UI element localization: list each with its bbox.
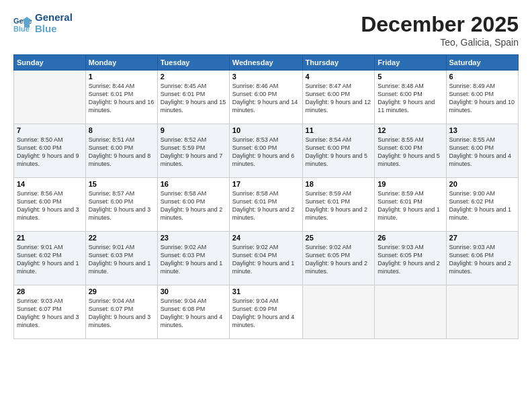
- day-info: Sunrise: 9:03 AMSunset: 6:06 PMDaylight:…: [449, 243, 515, 276]
- calendar-day: [14, 71, 86, 124]
- day-info: Sunrise: 8:53 AMSunset: 6:00 PMDaylight:…: [232, 136, 300, 169]
- calendar-day: 30Sunrise: 9:04 AMSunset: 6:08 PMDayligh…: [157, 285, 229, 339]
- calendar-day: 10Sunrise: 8:53 AMSunset: 6:00 PMDayligh…: [229, 124, 302, 178]
- day-number: 6: [449, 73, 515, 81]
- calendar-week-row-1: 7Sunrise: 8:50 AMSunset: 6:00 PMDaylight…: [14, 124, 519, 178]
- day-number: 31: [232, 287, 300, 295]
- calendar-day: 9Sunrise: 8:52 AMSunset: 5:59 PMDaylight…: [157, 124, 229, 178]
- day-info: Sunrise: 8:45 AMSunset: 6:01 PMDaylight:…: [161, 82, 226, 115]
- calendar-day: 25Sunrise: 9:02 AMSunset: 6:05 PMDayligh…: [302, 232, 375, 285]
- calendar-day: 5Sunrise: 8:48 AMSunset: 6:00 PMDaylight…: [375, 71, 446, 124]
- day-number: 27: [449, 234, 515, 242]
- day-number: 12: [378, 126, 443, 134]
- day-number: 24: [232, 234, 300, 242]
- calendar-day: [446, 285, 518, 339]
- day-number: 8: [89, 126, 154, 134]
- calendar-day: [375, 285, 446, 339]
- logo: General Blue General Blue: [13, 12, 73, 34]
- page-header: General Blue General Blue December 2025 …: [13, 12, 519, 48]
- day-info: Sunrise: 8:58 AMSunset: 6:00 PMDaylight:…: [161, 189, 226, 222]
- col-thursday: Thursday: [302, 55, 375, 71]
- day-info: Sunrise: 8:59 AMSunset: 6:01 PMDaylight:…: [378, 189, 443, 222]
- col-tuesday: Tuesday: [157, 55, 229, 71]
- calendar-day: 27Sunrise: 9:03 AMSunset: 6:06 PMDayligh…: [446, 232, 518, 285]
- col-friday: Friday: [375, 55, 446, 71]
- day-number: 7: [17, 126, 83, 134]
- day-number: 21: [17, 234, 83, 242]
- day-info: Sunrise: 8:55 AMSunset: 6:00 PMDaylight:…: [449, 136, 515, 169]
- calendar-day: 3Sunrise: 8:46 AMSunset: 6:00 PMDaylight…: [229, 71, 302, 124]
- calendar-day: 16Sunrise: 8:58 AMSunset: 6:00 PMDayligh…: [157, 178, 229, 232]
- day-number: 18: [306, 180, 372, 188]
- day-number: 13: [449, 126, 515, 134]
- day-info: Sunrise: 8:58 AMSunset: 6:01 PMDaylight:…: [232, 189, 300, 222]
- day-info: Sunrise: 9:04 AMSunset: 6:08 PMDaylight:…: [161, 297, 226, 330]
- calendar-day: 1Sunrise: 8:44 AMSunset: 6:01 PMDaylight…: [85, 71, 157, 124]
- calendar-day: 14Sunrise: 8:56 AMSunset: 6:00 PMDayligh…: [14, 178, 86, 232]
- calendar-day: 22Sunrise: 9:01 AMSunset: 6:03 PMDayligh…: [85, 232, 157, 285]
- day-number: 11: [306, 126, 372, 134]
- day-info: Sunrise: 8:55 AMSunset: 6:00 PMDaylight:…: [378, 136, 443, 169]
- calendar-day: 18Sunrise: 8:59 AMSunset: 6:01 PMDayligh…: [302, 178, 375, 232]
- day-info: Sunrise: 8:44 AMSunset: 6:01 PMDaylight:…: [89, 82, 154, 115]
- calendar-day: 19Sunrise: 8:59 AMSunset: 6:01 PMDayligh…: [375, 178, 446, 232]
- day-info: Sunrise: 9:00 AMSunset: 6:02 PMDaylight:…: [449, 189, 515, 222]
- calendar-day: 4Sunrise: 8:47 AMSunset: 6:00 PMDaylight…: [302, 71, 375, 124]
- day-info: Sunrise: 8:56 AMSunset: 6:00 PMDaylight:…: [17, 189, 83, 222]
- calendar-day: 8Sunrise: 8:51 AMSunset: 6:00 PMDaylight…: [85, 124, 157, 178]
- day-info: Sunrise: 9:02 AMSunset: 6:05 PMDaylight:…: [306, 243, 372, 276]
- day-number: 19: [378, 180, 443, 188]
- day-info: Sunrise: 8:46 AMSunset: 6:00 PMDaylight:…: [232, 82, 300, 115]
- calendar-day: 20Sunrise: 9:00 AMSunset: 6:02 PMDayligh…: [446, 178, 518, 232]
- day-number: 20: [449, 180, 515, 188]
- calendar-day: 17Sunrise: 8:58 AMSunset: 6:01 PMDayligh…: [229, 178, 302, 232]
- calendar-day: 28Sunrise: 9:03 AMSunset: 6:07 PMDayligh…: [14, 285, 86, 339]
- col-saturday: Saturday: [446, 55, 518, 71]
- month-title: December 2025: [361, 12, 519, 37]
- day-number: 4: [306, 73, 372, 81]
- day-number: 23: [161, 234, 226, 242]
- calendar-day: 21Sunrise: 9:01 AMSunset: 6:02 PMDayligh…: [14, 232, 86, 285]
- day-number: 1: [89, 73, 154, 81]
- calendar-header-row: Sunday Monday Tuesday Wednesday Thursday…: [14, 55, 519, 71]
- day-info: Sunrise: 8:49 AMSunset: 6:00 PMDaylight:…: [449, 82, 515, 115]
- calendar-day: 15Sunrise: 8:57 AMSunset: 6:00 PMDayligh…: [85, 178, 157, 232]
- day-number: 17: [232, 180, 300, 188]
- day-number: 30: [161, 287, 226, 295]
- day-number: 15: [89, 180, 154, 188]
- calendar-day: 2Sunrise: 8:45 AMSunset: 6:01 PMDaylight…: [157, 71, 229, 124]
- day-info: Sunrise: 8:57 AMSunset: 6:00 PMDaylight:…: [89, 189, 154, 222]
- day-info: Sunrise: 8:50 AMSunset: 6:00 PMDaylight:…: [17, 136, 83, 169]
- title-block: December 2025 Teo, Galicia, Spain: [361, 12, 519, 48]
- day-info: Sunrise: 9:02 AMSunset: 6:04 PMDaylight:…: [232, 243, 300, 276]
- day-info: Sunrise: 8:59 AMSunset: 6:01 PMDaylight:…: [306, 189, 372, 222]
- day-info: Sunrise: 9:04 AMSunset: 6:07 PMDaylight:…: [89, 297, 154, 330]
- day-number: 9: [161, 126, 226, 134]
- day-number: 3: [232, 73, 300, 81]
- logo-line1: General: [35, 12, 73, 24]
- day-info: Sunrise: 8:48 AMSunset: 6:00 PMDaylight:…: [378, 82, 443, 115]
- logo-icon: General Blue: [13, 14, 32, 33]
- day-number: 28: [17, 287, 83, 295]
- day-info: Sunrise: 8:52 AMSunset: 5:59 PMDaylight:…: [161, 136, 226, 169]
- day-info: Sunrise: 9:01 AMSunset: 6:03 PMDaylight:…: [89, 243, 154, 276]
- day-info: Sunrise: 8:54 AMSunset: 6:00 PMDaylight:…: [306, 136, 372, 169]
- day-info: Sunrise: 8:51 AMSunset: 6:00 PMDaylight:…: [89, 136, 154, 169]
- logo-line2: Blue: [35, 24, 57, 35]
- day-number: 16: [161, 180, 226, 188]
- day-number: 22: [89, 234, 154, 242]
- day-number: 10: [232, 126, 300, 134]
- col-sunday: Sunday: [14, 55, 86, 71]
- day-number: 29: [89, 287, 154, 295]
- day-number: 26: [378, 234, 443, 242]
- calendar-day: 31Sunrise: 9:04 AMSunset: 6:09 PMDayligh…: [229, 285, 302, 339]
- calendar-day: 6Sunrise: 8:49 AMSunset: 6:00 PMDaylight…: [446, 71, 518, 124]
- calendar-table: Sunday Monday Tuesday Wednesday Thursday…: [13, 54, 519, 339]
- calendar-week-row-3: 21Sunrise: 9:01 AMSunset: 6:02 PMDayligh…: [14, 232, 519, 285]
- day-number: 14: [17, 180, 83, 188]
- location: Teo, Galicia, Spain: [361, 37, 519, 48]
- day-info: Sunrise: 8:47 AMSunset: 6:00 PMDaylight:…: [306, 82, 372, 115]
- day-info: Sunrise: 9:03 AMSunset: 6:05 PMDaylight:…: [378, 243, 443, 276]
- col-monday: Monday: [85, 55, 157, 71]
- day-number: 5: [378, 73, 443, 81]
